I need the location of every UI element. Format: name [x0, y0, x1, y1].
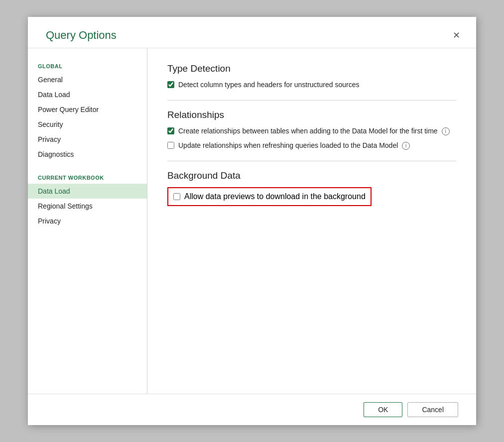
query-options-dialog: Query Options ✕ GLOBAL General Data Load…	[28, 17, 476, 425]
detect-column-types-label[interactable]: Detect column types and headers for unst…	[178, 80, 359, 90]
update-relationships-checkbox[interactable]	[167, 142, 174, 149]
divider-1	[167, 100, 456, 101]
close-button[interactable]: ✕	[449, 29, 464, 42]
create-relationships-label: Create relationships between tables when…	[178, 126, 450, 136]
update-relationships-label: Update relationships when refreshing que…	[178, 141, 410, 151]
sidebar-item-security[interactable]: Security	[28, 117, 147, 132]
relationships-checkbox-row-1: Create relationships between tables when…	[167, 126, 456, 136]
cancel-button[interactable]: Cancel	[407, 402, 458, 417]
type-detection-title: Type Detection	[167, 63, 456, 74]
relationships-checkbox-row-2: Update relationships when refreshing que…	[167, 141, 456, 151]
sidebar-item-wb-regional[interactable]: Regional Settings	[28, 199, 147, 214]
type-detection-checkbox-row: Detect column types and headers for unst…	[167, 80, 456, 90]
sidebar-item-power-query-editor[interactable]: Power Query Editor	[28, 102, 147, 117]
relationships-info-icon: i	[442, 127, 450, 135]
sidebar-item-diagnostics[interactable]: Diagnostics	[28, 147, 147, 162]
dialog-body: GLOBAL General Data Load Power Query Edi…	[28, 48, 476, 394]
sidebar-item-wb-data-load[interactable]: Data Load	[28, 184, 147, 199]
sidebar-item-wb-privacy[interactable]: Privacy	[28, 214, 147, 228]
divider-2	[167, 161, 456, 161]
main-content: Type Detection Detect column types and h…	[147, 48, 476, 394]
dialog-header: Query Options ✕	[28, 17, 476, 48]
update-relationships-info-icon: i	[402, 142, 410, 150]
background-data-title: Background Data	[167, 170, 456, 181]
create-relationships-checkbox[interactable]	[167, 127, 174, 134]
sidebar: GLOBAL General Data Load Power Query Edi…	[28, 48, 147, 394]
dialog-footer: OK Cancel	[28, 394, 476, 425]
background-data-highlighted-row: Allow data previews to download in the b…	[167, 187, 372, 206]
detect-column-types-checkbox[interactable]	[167, 81, 174, 88]
sidebar-item-privacy[interactable]: Privacy	[28, 132, 147, 147]
allow-background-download-checkbox[interactable]	[173, 193, 180, 200]
current-workbook-section-label: CURRENT WORKBOOK	[28, 170, 147, 184]
sidebar-item-data-load[interactable]: Data Load	[28, 87, 147, 102]
relationships-title: Relationships	[167, 110, 456, 120]
global-section-label: GLOBAL	[28, 58, 147, 72]
allow-background-download-label[interactable]: Allow data previews to download in the b…	[184, 191, 366, 202]
dialog-title: Query Options	[46, 29, 117, 42]
sidebar-item-general[interactable]: General	[28, 72, 147, 87]
ok-button[interactable]: OK	[364, 402, 402, 417]
